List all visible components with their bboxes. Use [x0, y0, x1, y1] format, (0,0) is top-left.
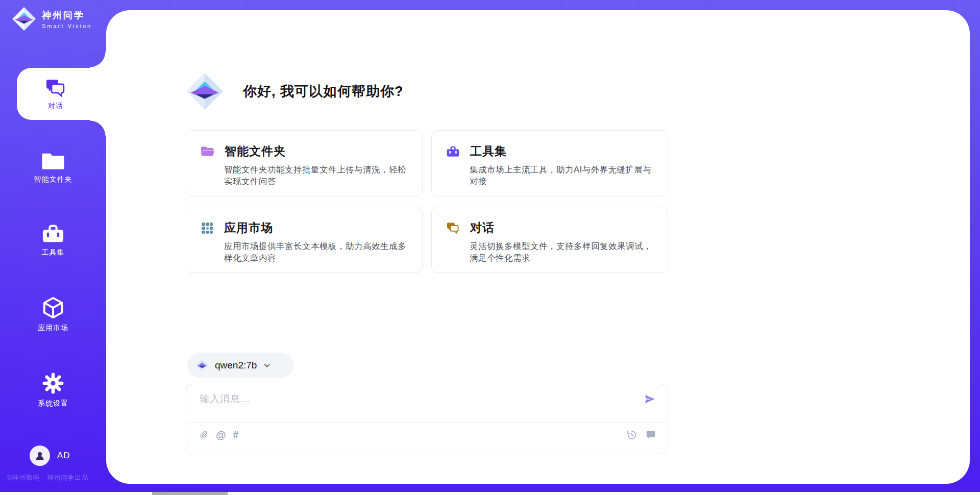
chat-bubbles-icon: [446, 221, 460, 235]
person-icon: [34, 450, 46, 462]
scrollbar-thumb[interactable]: [152, 492, 228, 495]
user-profile[interactable]: AD: [30, 445, 70, 466]
message-input[interactable]: [200, 392, 623, 417]
avatar[interactable]: [30, 445, 50, 466]
feature-card-chat[interactable]: 对话 灵活切换多模型文件，支持多样回复效果调试，满足个性化需求: [431, 207, 668, 273]
attach-file-icon[interactable]: [199, 429, 209, 440]
feature-card-smart-folder[interactable]: 智能文件夹 智能文件夹功能支持批量文件上传与清洗，轻松实现文件问答: [186, 130, 423, 196]
card-description: 集成市场上主流工具，助力AI与外界无缝扩展与对接: [470, 164, 653, 188]
folder-icon: [42, 154, 64, 169]
horizontal-scrollbar[interactable]: [0, 492, 980, 495]
grid-icon: [201, 221, 214, 235]
tab-flare-top: [90, 52, 106, 68]
sidebar-item-label: 应用市场: [0, 324, 106, 333]
sidebar-item-label: 工具集: [0, 248, 106, 257]
cube-icon: [41, 296, 65, 319]
mention-icon[interactable]: @: [216, 430, 226, 440]
assistant-diamond-icon: [185, 71, 225, 111]
send-icon[interactable]: [643, 392, 656, 406]
history-icon[interactable]: [626, 429, 637, 440]
card-description: 应用市场提供丰富长文本模板，助力高效生成多样化文章内容: [224, 240, 408, 264]
card-description: 灵活切换多模型文件，支持多样回复效果调试，满足个性化需求: [470, 240, 653, 264]
sidebar-item-chat[interactable]: 对话: [17, 68, 110, 120]
card-title: 对话: [470, 220, 495, 236]
message-square-icon[interactable]: [645, 429, 656, 440]
toolbox-icon: [446, 145, 460, 158]
sidebar-item-smart-folder[interactable]: 智能文件夹: [0, 151, 106, 184]
greeting-block: 你好, 我可以如何帮助你?: [185, 71, 404, 111]
model-name: qwen2:7b: [215, 360, 257, 371]
greeting-title: 你好, 我可以如何帮助你?: [243, 82, 404, 101]
model-selector[interactable]: qwen2:7b: [187, 353, 293, 378]
gear-icon: [41, 372, 65, 395]
hashtag-icon[interactable]: #: [233, 430, 239, 440]
tab-flare-bottom: [90, 120, 106, 136]
card-title: 应用市场: [224, 220, 273, 236]
sidebar-item-app-market[interactable]: 应用市场: [0, 296, 106, 333]
feature-card-app-market[interactable]: 应用市场 应用市场提供丰富长文本模板，助力高效生成多样化文章内容: [186, 207, 423, 273]
brand-diamond-icon: [11, 6, 37, 32]
app-title: 神州问学: [42, 10, 85, 20]
sidebar-item-label: 对话: [48, 102, 63, 111]
toolbox-icon: [41, 222, 65, 244]
user-name: AD: [57, 451, 70, 461]
model-diamond-icon: [195, 359, 209, 372]
chevron-down-icon: [263, 361, 271, 369]
folder-icon: [201, 145, 214, 157]
chat-bubbles-icon: [45, 77, 66, 98]
card-title: 智能文件夹: [225, 143, 286, 159]
copyright-text: ©神州数码 · 神州问学出品: [7, 474, 88, 482]
sidebar-item-label: 系统设置: [0, 399, 106, 408]
card-title: 工具集: [470, 143, 507, 159]
feature-card-toolset[interactable]: 工具集 集成市场上主流工具，助力AI与外界无缝扩展与对接: [431, 130, 668, 196]
app-logo: 神州问学 Smart Vision: [11, 6, 92, 32]
sidebar-item-settings[interactable]: 系统设置: [0, 372, 106, 408]
app-subtitle: Smart Vision: [42, 23, 92, 29]
message-composer: @ #: [186, 384, 668, 454]
sidebar-item-toolset[interactable]: 工具集: [0, 222, 106, 257]
sidebar-item-label: 智能文件夹: [0, 175, 106, 184]
card-description: 智能文件夹功能支持批量文件上传与清洗，轻松实现文件问答: [224, 164, 408, 188]
composer-divider: [186, 422, 668, 423]
